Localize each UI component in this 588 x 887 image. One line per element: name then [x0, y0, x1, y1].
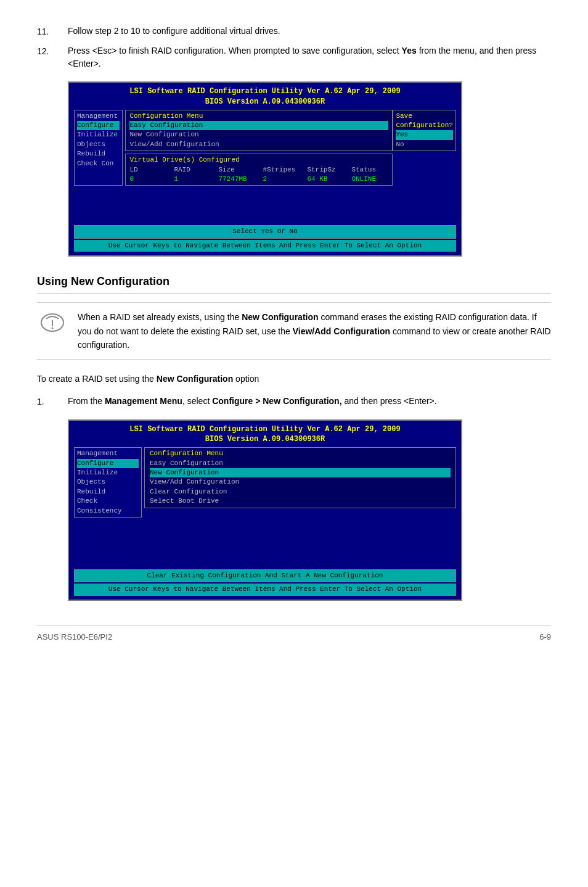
bios-vd-size-val: 77247MB	[218, 175, 255, 184]
bios-left-objects: Objects	[77, 140, 120, 149]
bios-bottom-bar-2: Clear Existing Configuration And Start A…	[74, 569, 456, 582]
bios-save-yes: Yes	[396, 130, 453, 139]
bios-left-checkcon: Check Con	[77, 159, 120, 168]
bios-vd-status-val: ONLINE	[351, 175, 388, 184]
bios-layout-1: Management Configure Initialize Objects …	[74, 110, 456, 186]
bios-vd-raid-val: 1	[174, 175, 211, 184]
intro-bold: New Configuration	[157, 374, 233, 384]
bios-vd-row-0: 0 1 77247MB 2 64 KB ONLINE	[129, 175, 388, 184]
bios-title-2: LSI Software RAID Configuration Utility …	[74, 424, 456, 445]
bios2-left-checkconsistency: Check Consistency	[77, 497, 139, 516]
svg-point-2	[52, 328, 54, 329]
bios2-config-selectboot: Select Boot Drive	[150, 497, 451, 506]
bios-empty-space-1	[74, 186, 456, 223]
list-item-1: 1. From the Management Menu, select Conf…	[37, 395, 551, 408]
bios-config-easy: Easy Configuration	[129, 121, 388, 130]
bios-screen-2: LSI Software RAID Configuration Utility …	[68, 419, 462, 601]
bios-left-menu-2: Management Configure Initialize Objects …	[74, 447, 142, 518]
bios-vd-col-status: Status	[351, 165, 388, 175]
bios-left-initialize: Initialize	[77, 130, 120, 139]
bios-status-bar-1: Use Cursor Keys to Navigate Between Item…	[74, 240, 456, 252]
bios-vd-col-ld: LD	[129, 165, 166, 175]
note-bold-1: New Configuration	[242, 312, 318, 322]
step1-bold-2: Configure > New Configuration,	[212, 396, 341, 406]
yes-bold: Yes	[402, 46, 417, 56]
bios-config-menu-1: Configuration Menu Easy Configuration Ne…	[125, 110, 393, 152]
bios-left-menu-1: Management Configure Initialize Objects …	[74, 110, 123, 186]
bios-vd-stripes-val: 2	[263, 175, 300, 184]
bios-vd-header: LD RAID Size #Stripes StripSz Status	[129, 165, 388, 175]
bios-config-viewadd: View/Add Configuration	[129, 140, 388, 149]
bios-save-no: No	[396, 140, 453, 149]
bios-vd-col-size: Size	[218, 165, 255, 175]
bios-title-1: LSI Software RAID Configuration Utility …	[74, 86, 456, 107]
bios-layout-2: Management Configure Initialize Objects …	[74, 447, 456, 518]
note-svg-icon	[40, 310, 65, 335]
bios2-config-easy: Easy Configuration	[150, 459, 451, 468]
list-num-11: 11.	[37, 25, 68, 38]
bios-vd-col-stripes: #Stripes	[263, 165, 300, 175]
list-text-12: Press <Esc> to finish RAID configuration…	[68, 44, 551, 70]
bios-vd-section: Virtual Drive(s) Configured LD RAID Size…	[125, 154, 393, 186]
footer-left: ASUS RS100-E6/PI2	[37, 632, 112, 642]
bios-config-new: New Configuration	[129, 130, 388, 139]
bios-vd-col-raid: RAID	[174, 165, 211, 175]
intro-text: To create a RAID set using the New Confi…	[37, 372, 551, 386]
bios2-left-initialize: Initialize	[77, 468, 139, 477]
top-numbered-list: 11. Follow step 2 to 10 to configure add…	[37, 25, 551, 70]
list-num-12: 12.	[37, 44, 68, 70]
bios-status-bar-2: Use Cursor Keys to Navigate Between Item…	[74, 584, 456, 595]
bios-vd-title: Virtual Drive(s) Configured	[129, 155, 388, 165]
bios-left-configure: Configure	[77, 121, 120, 130]
bios2-config-new: New Configuration	[150, 468, 451, 477]
bios-left-management: Management	[77, 112, 120, 121]
bios-right-panel-1: Save Configuration? Yes No	[393, 110, 456, 152]
note-text: When a RAID set already exists, using th…	[78, 310, 551, 352]
page-content: 11. Follow step 2 to 10 to configure add…	[37, 25, 551, 642]
bios2-config-viewadd: View/Add Configuration	[150, 477, 451, 487]
bios-config-menu-2: Configuration Menu Easy Configuration Ne…	[144, 447, 456, 508]
bios2-left-objects: Objects	[77, 477, 139, 487]
bios2-config-clear: Clear Configuration	[150, 487, 451, 497]
bios-empty-space-2	[74, 518, 456, 567]
step1-bold-1: Management Menu	[105, 396, 182, 406]
list-text-1: From the Management Menu, select Configu…	[68, 395, 551, 408]
section-heading: Using New Configuration	[37, 275, 551, 294]
bios2-left-rebuild: Rebuild	[77, 487, 139, 497]
list-item-12: 12. Press <Esc> to finish RAID configura…	[37, 44, 551, 70]
list-num-1: 1.	[37, 395, 68, 408]
bios-left-rebuild: Rebuild	[77, 149, 120, 159]
bios2-left-management: Management	[77, 449, 139, 458]
footer-right: 6-9	[539, 632, 551, 642]
bios-config-title-1: Configuration Menu	[129, 112, 388, 121]
bios-vd-stripsz-val: 64 KB	[307, 175, 344, 184]
bios-bottom-bar-1: Select Yes Or No	[74, 225, 456, 238]
bios-center-1: Configuration Menu Easy Configuration Ne…	[123, 110, 393, 186]
bios-center-2: Configuration Menu Easy Configuration Ne…	[142, 447, 456, 518]
bios-save-title: Save Configuration?	[396, 112, 453, 131]
note-box: When a RAID set already exists, using th…	[37, 302, 551, 360]
bios-vd-ld-val: 0	[129, 175, 166, 184]
bios-screen-1: LSI Software RAID Configuration Utility …	[68, 81, 462, 257]
list-item-11: 11. Follow step 2 to 10 to configure add…	[37, 25, 551, 38]
list-text-11: Follow step 2 to 10 to configure additio…	[68, 25, 551, 38]
bios2-left-configure: Configure	[77, 459, 139, 468]
bios-config-title-2: Configuration Menu	[150, 449, 451, 458]
bottom-numbered-list: 1. From the Management Menu, select Conf…	[37, 395, 551, 408]
note-bold-2: View/Add Configuration	[293, 326, 390, 336]
note-icon	[37, 310, 68, 335]
footer: ASUS RS100-E6/PI2 6-9	[37, 625, 551, 642]
bios-vd-col-stripsz: StripSz	[307, 165, 344, 175]
